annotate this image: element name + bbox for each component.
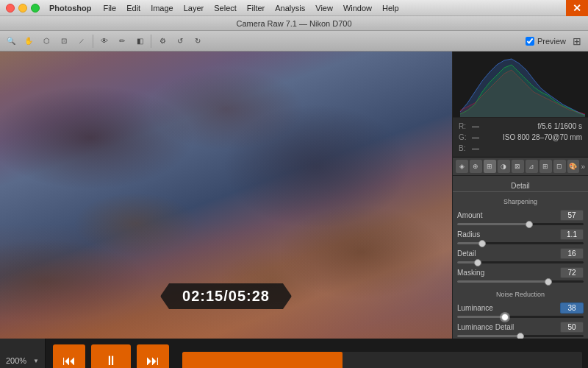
detail-slider-thumb[interactable]: [474, 259, 481, 266]
amount-slider-fill: [457, 223, 529, 225]
panel-tool-6[interactable]: ⊿: [526, 160, 538, 173]
histogram: [453, 52, 588, 118]
camraw-titlebar: Camera Raw 7.1 — Nikon D700: [0, 16, 588, 31]
detail-row: Detail 16: [453, 247, 588, 261]
iso-lens: ISO 800 28–70@70 mm: [503, 132, 582, 143]
traffic-lights: Photoshop: [0, 4, 91, 13]
masking-slider-row: [453, 280, 588, 285]
menu-image[interactable]: Image: [146, 2, 178, 14]
progress-bar-container[interactable]: [182, 352, 582, 368]
menu-filter[interactable]: Filter: [243, 2, 269, 14]
tool-grad[interactable]: ◧: [132, 33, 148, 49]
menu-help[interactable]: Help: [378, 2, 404, 14]
close-x-button[interactable]: ✕: [566, 0, 588, 16]
preview-label: Preview: [537, 37, 566, 46]
panel-tool-9[interactable]: 🎨: [567, 160, 580, 173]
histogram-svg: [453, 52, 588, 118]
tool-redeye[interactable]: 👁: [96, 33, 112, 49]
cam-info-g-row: G: — ISO 800 28–70@70 mm: [459, 132, 582, 143]
detail-value[interactable]: 16: [560, 248, 584, 259]
preview-toggle-icon[interactable]: ⊞: [569, 33, 585, 49]
bottom-strip: 200% ▼ ⏮ ⏸ ⏭: [0, 339, 588, 368]
menu-select[interactable]: Select: [209, 2, 241, 14]
menu-analysis[interactable]: Analysis: [270, 2, 309, 14]
luminance-value[interactable]: 38: [560, 302, 584, 314]
luminance-slider-fill: [457, 316, 505, 318]
menu-file[interactable]: File: [98, 2, 121, 14]
close-button[interactable]: [6, 4, 15, 13]
pause-button[interactable]: ⏸: [91, 344, 131, 368]
amount-label: Amount: [457, 211, 523, 219]
forward-button[interactable]: ⏭: [137, 344, 169, 368]
masking-row: Masking 72: [453, 266, 588, 280]
detail-panel: Detail Sharpening Amount 57 Radius 1.1: [453, 176, 588, 339]
menu-window[interactable]: Window: [339, 2, 376, 14]
right-panel: R: — f/5.6 1/1600 s G: — ISO 800 28–70@7…: [452, 52, 588, 339]
menu-view[interactable]: View: [311, 2, 337, 14]
lum-detail-slider-track[interactable]: [457, 335, 584, 337]
tool-separator-2: [151, 35, 151, 48]
zoom-control: 200% ▼: [0, 339, 46, 368]
luminance-row: Luminance 38: [453, 301, 588, 315]
luminance-slider-thumb[interactable]: [501, 314, 509, 321]
radius-slider-thumb[interactable]: [478, 240, 486, 247]
tool-wb[interactable]: ⬡: [38, 33, 54, 49]
tool-separator-1: [93, 35, 93, 48]
maximize-button[interactable]: [31, 4, 40, 13]
preview-checkbox[interactable]: [526, 37, 534, 46]
lum-detail-value[interactable]: 50: [560, 322, 584, 333]
minimize-button[interactable]: [18, 4, 27, 13]
radius-slider-row: [453, 241, 588, 247]
main-toolbar: 🔍 ✋ ⬡ ⊡ ⟋ 👁 ✏ ◧ ⚙ ↺ ↻ Preview ⊞: [0, 31, 588, 52]
menu-layer[interactable]: Layer: [179, 2, 209, 14]
tool-crop[interactable]: ⊡: [56, 33, 72, 49]
panel-tool-3[interactable]: ⊞: [484, 160, 496, 173]
camraw-title: Camera Raw 7.1 — Nikon D700: [236, 19, 351, 28]
tool-pref[interactable]: ⚙: [154, 33, 171, 49]
amount-slider-thumb[interactable]: [526, 221, 533, 228]
radius-slider-track[interactable]: [457, 242, 584, 244]
rewind-button[interactable]: ⏮: [53, 344, 85, 368]
radius-label: Radius: [457, 230, 523, 238]
camera-info: R: — f/5.6 1/1600 s G: — ISO 800 28–70@7…: [453, 118, 588, 158]
panel-tools: ◈ ⊕ ⊞ ◑ ⊠ ⊿ ⊞ ⊡ 🎨 »: [453, 158, 588, 176]
orange-glow: [0, 224, 452, 339]
tool-rotate-right[interactable]: ↻: [190, 33, 206, 49]
cam-info-r-row: R: — f/5.6 1/1600 s: [459, 121, 582, 132]
amount-value[interactable]: 57: [560, 210, 584, 221]
amount-slider-track[interactable]: [457, 223, 584, 225]
panel-tool-1[interactable]: ◈: [456, 160, 468, 173]
panel-tool-7[interactable]: ⊞: [539, 160, 552, 173]
radius-row: Radius 1.1: [453, 227, 588, 241]
masking-slider-fill: [457, 280, 548, 283]
panel-expand[interactable]: »: [581, 163, 585, 171]
tool-brush[interactable]: ✏: [114, 33, 130, 49]
lum-detail-slider-thumb[interactable]: [517, 333, 524, 339]
menu-bar: File Edit Image Layer Select Filter Anal…: [91, 2, 566, 14]
zoom-value: 200%: [6, 356, 32, 365]
detail-slider-row: [453, 261, 588, 266]
tool-hand[interactable]: ✋: [21, 33, 37, 49]
panel-tool-5[interactable]: ⊠: [512, 160, 524, 173]
content-area: 02:15/05:28: [0, 52, 588, 339]
masking-slider-thumb[interactable]: [545, 278, 552, 286]
zoom-down-arrow[interactable]: ▼: [33, 358, 39, 364]
detail-slider-track[interactable]: [457, 261, 584, 263]
tool-rotate-left[interactable]: ↺: [172, 33, 188, 49]
panel-tool-4[interactable]: ◑: [498, 160, 510, 173]
masking-value[interactable]: 72: [560, 267, 584, 278]
panel-tool-8[interactable]: ⊡: [553, 160, 566, 173]
timecode-display: 02:15/05:28: [182, 288, 270, 304]
radius-value[interactable]: 1.1: [560, 229, 584, 240]
panel-tool-2[interactable]: ⊕: [470, 160, 482, 173]
lum-detail-label: Luminance Detail: [457, 323, 523, 331]
menu-edit[interactable]: Edit: [122, 2, 145, 14]
masking-slider-track[interactable]: [457, 280, 584, 283]
cam-info-b-row: B: —: [459, 143, 582, 154]
luminance-slider-track[interactable]: [457, 316, 584, 318]
progress-area[interactable]: [176, 339, 588, 368]
tool-zoom[interactable]: 🔍: [3, 33, 19, 49]
tool-straighten[interactable]: ⟋: [74, 33, 90, 49]
luminance-slider-row: [453, 315, 588, 320]
app-name: Photoshop: [43, 4, 91, 13]
